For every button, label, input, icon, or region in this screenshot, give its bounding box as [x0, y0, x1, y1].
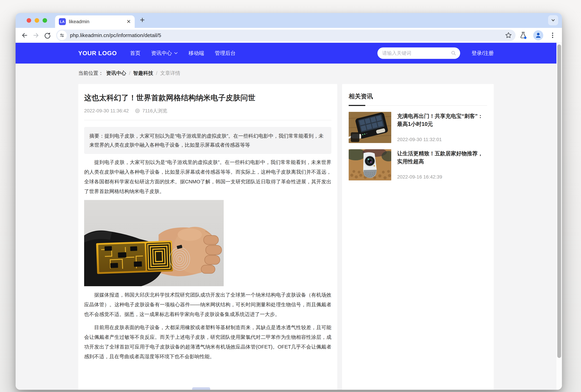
tab-favicon: LA — [59, 18, 66, 25]
article-paragraph: 据媒体报道，韩国大邱庆北科学技术院研究团队成功开发出了全球第一个纳米结构电子皮肤… — [84, 290, 331, 319]
article-title: 这也太科幻了！世界首款网格结构纳米电子皮肤问世 — [84, 93, 331, 103]
toolbar-right-icons — [519, 30, 558, 40]
nav-item-mobile[interactable]: 移动端 — [188, 50, 204, 57]
forward-button[interactable] — [31, 31, 40, 40]
zoom-window-button[interactable] — [42, 18, 47, 23]
search-icon[interactable] — [451, 50, 456, 56]
tab-title: likeadmin — [69, 19, 89, 24]
electronic-skin-photo — [84, 200, 224, 286]
article-meta: 2022-09-30 11:36:42 7116人浏览 — [84, 108, 331, 114]
bookmark-star-icon[interactable] — [505, 32, 512, 39]
breadcrumb-current: 文章详情 — [160, 70, 180, 77]
tab-close-icon[interactable]: ✕ — [126, 19, 131, 24]
browser-toolbar: php.likeadmin.cn/pc/information/detail/5 — [15, 28, 562, 43]
browser-tab[interactable]: LA likeadmin ✕ — [55, 16, 135, 28]
breadcrumb: 当前位置： 资讯中心 / 智趣科技 / 文章详情 — [78, 70, 494, 77]
close-window-button[interactable] — [27, 18, 31, 23]
nav-item-news-center[interactable]: 资讯中心 — [151, 50, 178, 57]
site-settings-chip[interactable] — [57, 30, 67, 40]
chevron-down-icon — [551, 18, 556, 23]
traffic-lights — [27, 18, 47, 23]
breadcrumb-category[interactable]: 智趣科技 — [133, 70, 153, 77]
article-card: 这也太科幻了！世界首款网格结构纳米电子皮肤问世 2022-09-30 11:36… — [78, 84, 337, 390]
experiments-flask-icon[interactable] — [519, 31, 527, 40]
person-icon — [535, 32, 542, 39]
related-item-title: 充满电再出门！共享充电宝“刺客”：最高1小时10元 — [397, 112, 487, 128]
nav-item-admin[interactable]: 管理后台 — [215, 50, 236, 57]
article-date: 2022-09-30 11:36:42 — [84, 108, 129, 114]
related-item-power-bank[interactable]: 充满电再出门！共享充电宝“刺客”：最高1小时10元 2022-09-30 11:… — [349, 112, 487, 143]
tab-search-chevron-button[interactable] — [548, 15, 558, 25]
site-settings-icon — [59, 33, 64, 38]
back-arrow-icon — [20, 31, 28, 39]
url-text[interactable]: php.likeadmin.cn/pc/information/detail/5 — [70, 32, 161, 38]
related-item-projector[interactable]: 让生活更精致！五款居家好物推荐，实用性超高 2022-09-16 16:42:3… — [349, 149, 487, 180]
search-input[interactable] — [382, 50, 451, 56]
tab-strip: LA likeadmin ✕ + — [15, 13, 562, 28]
site-header: YOUR LOGO 首页 资讯中心 移动端 — [15, 43, 557, 64]
profile-avatar[interactable] — [533, 30, 543, 40]
article-body: 提到电子皮肤，大家可别以为是“电子游戏里的虚拟皮肤”。在一些科幻电影中，我们常常… — [84, 158, 331, 361]
article-paragraph: 提到电子皮肤，大家可别以为是“电子游戏里的虚拟皮肤”。在一些科幻电影中，我们常常… — [84, 158, 331, 196]
related-item-title: 让生活更精致！五款居家好物推荐，实用性超高 — [397, 150, 487, 166]
title-divider — [84, 120, 331, 120]
main-nav: 首页 资讯中心 移动端 管理后台 — [130, 50, 236, 57]
address-bar[interactable]: php.likeadmin.cn/pc/information/detail/5 — [56, 30, 516, 41]
article-views: 7116人浏览 — [142, 108, 167, 114]
article-image-electronic-skin — [84, 200, 224, 286]
views-eye-icon — [135, 108, 140, 114]
article-summary: 摘要：提到电子皮肤，大家可别以为是“电子游戏里的虚拟皮肤”。在一些科幻电影中，我… — [84, 127, 331, 154]
reload-button[interactable] — [43, 31, 52, 40]
page-viewport: YOUR LOGO 首页 资讯中心 移动端 — [15, 43, 562, 390]
related-item-date: 2022-09-16 16:42:39 — [397, 174, 487, 180]
below-fold-element-peek — [192, 387, 210, 390]
related-item-thumbnail — [349, 149, 391, 180]
related-news-card: 相关资讯 — [342, 84, 494, 390]
related-news-header: 相关资讯 — [349, 91, 487, 106]
browser-window: LA likeadmin ✕ + — [15, 13, 562, 390]
browser-menu-icon[interactable] — [549, 32, 556, 39]
breadcrumb-news-center[interactable]: 资讯中心 — [106, 70, 126, 77]
back-button[interactable] — [20, 31, 29, 40]
new-tab-button[interactable]: + — [140, 16, 145, 25]
power-bank-photo — [349, 112, 391, 143]
site-logo[interactable]: YOUR LOGO — [78, 50, 117, 56]
search-box[interactable] — [377, 48, 460, 59]
breadcrumb-label: 当前位置： — [78, 70, 103, 77]
reload-icon — [43, 31, 51, 39]
scrollbar-thumb[interactable] — [557, 44, 561, 358]
minimize-window-button[interactable] — [35, 18, 39, 23]
nav-item-home[interactable]: 首页 — [130, 50, 140, 57]
related-item-thumbnail — [349, 112, 391, 143]
login-register-link[interactable]: 登录/注册 — [472, 50, 494, 57]
scrollbar-track[interactable] — [557, 43, 562, 390]
related-item-date: 2022-09-30 11:32:01 — [397, 137, 487, 142]
article-paragraph: 目前用在皮肤表面的电子设备，大都采用橡胶或者塑料等基材制造而来，其缺点是透水透气… — [84, 322, 331, 361]
chevron-down-icon — [174, 52, 178, 54]
related-news-title: 相关资讯 — [349, 92, 487, 100]
projector-photo — [349, 149, 391, 180]
forward-arrow-icon — [32, 31, 40, 39]
